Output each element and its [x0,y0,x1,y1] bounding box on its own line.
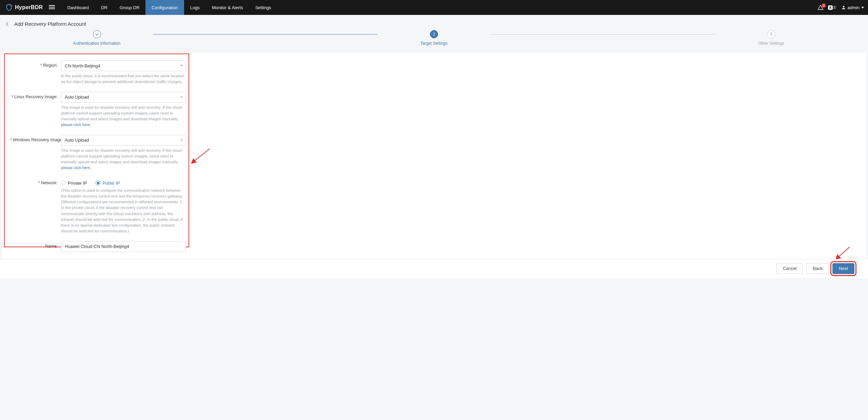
back-arrow-icon[interactable] [5,21,10,27]
step-auth-info[interactable]: Authentication Information [41,30,153,46]
svg-point-0 [10,5,11,6]
step-connector [153,34,378,35]
row-linux-image: *Linux Recovery Image: Auto Upload This … [10,92,858,133]
nav-settings[interactable]: Settings [249,0,277,15]
nav-label: Group DR [120,5,140,10]
windows-image-hint: This image is used for disaster recovery… [61,148,186,171]
label-network: *Network: [10,178,61,185]
network-hint: (This option is used to configure the co… [61,188,186,234]
top-navbar: HyperBDR Dashboard DR Group DR Configura… [0,0,868,15]
row-region: *Region: CN North-Beijing4 In the public… [10,60,858,90]
linux-image-hint: This image is used for disaster recovery… [61,105,186,128]
user-icon [841,5,846,10]
notifications-icon[interactable]: 0 [818,5,823,10]
svg-point-1 [11,6,11,6]
next-button[interactable]: Next [832,263,854,274]
footer-actions: Cancel Back Next [0,259,868,278]
network-radio-group: Private IP Public IP [61,178,186,186]
region-value: CN North-Beijing4 [65,63,100,68]
linux-image-link[interactable]: please click here. [61,123,91,127]
nav-label: Dashboard [67,5,89,10]
nav-label: Settings [255,5,271,10]
windows-image-value: Auto Upload [65,138,89,143]
label-linux-image: *Linux Recovery Image: [10,92,61,99]
step-other-settings[interactable]: 3 Other Settings [715,30,827,46]
row-network: *Network: Private IP Public IP (This opt… [10,178,858,239]
notification-badge: 0 [822,3,826,8]
radio-private-ip[interactable]: Private IP [61,181,87,186]
nav-label: Configuration [152,5,178,10]
wizard-steps: Authentication Information 2 Target Sett… [0,30,868,52]
user-menu[interactable]: admin [841,5,864,10]
nav-dashboard[interactable]: Dashboard [61,0,95,15]
menu-toggle-icon[interactable] [49,4,55,11]
radio-label: Private IP [68,181,87,186]
nav-label: Monitor & Alerts [212,5,243,10]
language-switcher[interactable]: A 文 [828,5,836,10]
step-label: Authentication Information [73,41,120,46]
nav-logs[interactable]: Logs [184,0,206,15]
label-windows-image: *Windows Recovery Image: [10,135,61,142]
cancel-button[interactable]: Cancel [776,263,803,274]
back-button[interactable]: Back [806,263,829,274]
chevron-down-icon [180,139,183,141]
step-circle-done [93,30,101,38]
lang-sub: 文 [833,5,836,10]
chevron-down-icon [180,96,183,98]
step-connector [490,34,715,35]
brand-logo: HyperBDR [5,4,43,11]
linux-image-select[interactable]: Auto Upload [61,92,186,103]
topbar-right: 0 A 文 admin [818,5,864,10]
username: admin [848,5,860,10]
svg-point-5 [843,6,844,7]
radio-dot [96,181,100,185]
nav-group-dr[interactable]: Group DR [114,0,146,15]
step-target-settings[interactable]: 2 Target Settings [378,30,490,46]
row-windows-image: *Windows Recovery Image: Auto Upload Thi… [10,135,858,176]
chevron-down-icon [861,7,864,8]
row-name: Name: [10,241,858,252]
form-card: *Region: CN North-Beijing4 In the public… [2,52,866,259]
windows-image-link[interactable]: please click here. [61,166,91,170]
svg-rect-2 [49,5,55,6]
page-header: Add Recovery Platform Account [0,15,868,30]
lang-badge: A [828,5,832,10]
label-name: Name: [10,241,61,249]
name-field[interactable] [61,241,186,252]
primary-nav: Dashboard DR Group DR Configuration Logs… [61,0,277,15]
page-title: Add Recovery Platform Account [14,21,86,27]
brand-text: HyperBDR [15,4,43,10]
radio-label: Public IP [102,181,120,186]
checkmark-icon [95,32,99,36]
step-label: Target Settings [420,41,448,46]
region-select[interactable]: CN North-Beijing4 [61,60,186,71]
step-label: Other Settings [758,41,784,46]
windows-image-select[interactable]: Auto Upload [61,135,186,146]
region-hint: In the public cloud, it is recommended t… [61,73,186,85]
shield-icon [5,4,13,11]
step-circle-pending: 3 [767,30,775,38]
svg-rect-3 [49,7,55,7]
linux-image-value: Auto Upload [65,94,89,100]
nav-configuration[interactable]: Configuration [145,0,184,15]
nav-monitor-alerts[interactable]: Monitor & Alerts [206,0,249,15]
label-region: *Region: [10,60,61,68]
radio-dot [61,181,66,185]
nav-label: DR [101,5,107,10]
step-circle-active: 2 [430,30,438,38]
svg-rect-4 [49,8,55,9]
nav-label: Logs [190,5,200,10]
nav-dr[interactable]: DR [95,0,114,15]
chevron-down-icon [180,65,183,67]
radio-public-ip[interactable]: Public IP [96,181,120,186]
